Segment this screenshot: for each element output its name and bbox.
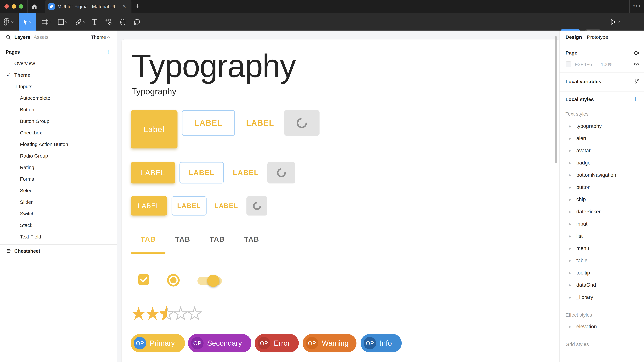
traffic-close-button[interactable] xyxy=(4,4,9,9)
text-tool[interactable] xyxy=(90,13,100,31)
style-item-datepicker[interactable]: ▶datePicker xyxy=(560,206,644,218)
canvas-tab-active[interactable]: TAB xyxy=(140,235,157,243)
page-color-opacity[interactable]: 100% xyxy=(601,59,614,70)
file-tab[interactable]: MUI for Figma - Material UI ✕ xyxy=(45,0,132,13)
disclosure-icon[interactable]: ▶ xyxy=(569,206,571,218)
page-item-forms[interactable]: Forms xyxy=(0,173,117,185)
style-item-datagrid[interactable]: ▶dataGrid xyxy=(560,279,644,291)
style-item-elevation[interactable]: ▶elevation xyxy=(560,320,644,333)
tab-assets[interactable]: Assets xyxy=(34,31,48,44)
button-outlined-medium[interactable]: LABEL xyxy=(180,162,224,184)
tab-prototype[interactable]: Prototype xyxy=(587,31,608,44)
disclosure-icon[interactable]: ▶ xyxy=(569,279,571,291)
page-item-switch[interactable]: Switch xyxy=(0,208,117,220)
button-loading-medium[interactable] xyxy=(268,162,295,184)
disclosure-icon[interactable]: ▶ xyxy=(569,120,571,132)
add-style-button[interactable]: + xyxy=(633,94,638,105)
switch-thumb[interactable] xyxy=(207,275,220,287)
canvas-scrollbar[interactable] xyxy=(555,36,557,163)
canvas-tab-4[interactable]: TAB xyxy=(243,235,260,243)
shape-tool[interactable] xyxy=(55,13,70,31)
home-icon[interactable] xyxy=(31,4,37,10)
style-item-typography[interactable]: ▶typography xyxy=(560,120,644,132)
comment-tool[interactable] xyxy=(132,13,142,31)
add-page-button[interactable]: + xyxy=(106,46,110,58)
star-empty-icon[interactable] xyxy=(174,306,188,320)
page-item-stack[interactable]: Stack xyxy=(0,220,117,231)
style-item-chip[interactable]: ▶chip xyxy=(560,193,644,206)
button-outlined-small[interactable]: LABEL xyxy=(172,196,206,216)
disclosure-icon[interactable]: ▶ xyxy=(569,255,571,267)
page-color-swatch[interactable] xyxy=(566,61,571,67)
page-item-button[interactable]: Button xyxy=(0,104,117,115)
disclosure-icon[interactable]: ▶ xyxy=(569,242,571,255)
chip-warning[interactable]: OP Warning xyxy=(303,334,356,352)
canvas-tab-2[interactable]: TAB xyxy=(174,235,192,243)
page-color-value[interactable]: F3F4F6 xyxy=(575,59,592,70)
style-item-table[interactable]: ▶table xyxy=(560,255,644,267)
button-loading-small[interactable] xyxy=(246,196,268,216)
disclosure-icon[interactable]: ▶ xyxy=(569,291,571,303)
new-tab-button[interactable]: + xyxy=(135,0,140,13)
page-item-checkbox[interactable]: Checkbox xyxy=(0,127,117,138)
star-full-icon[interactable] xyxy=(132,306,146,320)
traffic-minimize-button[interactable] xyxy=(12,4,16,9)
button-loading-large[interactable] xyxy=(284,110,320,136)
disclosure-icon[interactable]: ▶ xyxy=(569,320,571,333)
page-item-autocomplete[interactable]: Autocomplete xyxy=(0,92,117,104)
page-item-radio-group[interactable]: Radio Group xyxy=(0,150,117,162)
move-tool[interactable] xyxy=(19,13,36,31)
style-item-tooltip[interactable]: ▶tooltip xyxy=(560,267,644,279)
disclosure-icon[interactable]: ▶ xyxy=(569,230,571,242)
style-item-avatar[interactable]: ▶avatar xyxy=(560,144,644,157)
chip-secondary[interactable]: OP Secondary xyxy=(188,334,252,352)
page-item-rating[interactable]: Rating xyxy=(0,162,117,173)
page-selector[interactable]: Theme xyxy=(91,31,106,44)
checkbox-checked[interactable] xyxy=(138,274,149,285)
pen-tool[interactable] xyxy=(72,13,89,31)
disclosure-icon[interactable]: ▶ xyxy=(569,218,571,230)
page-item-overview[interactable]: Overview xyxy=(0,58,117,69)
style-item-badge[interactable]: ▶badge xyxy=(560,157,644,169)
disclosure-icon[interactable]: ▶ xyxy=(569,132,571,144)
figma-main-menu[interactable] xyxy=(3,13,15,31)
style-item-bottomnavigation[interactable]: ▶bottomNavigation xyxy=(560,169,644,181)
disclosure-icon[interactable]: ▶ xyxy=(569,193,571,206)
style-item-input[interactable]: ▶input xyxy=(560,218,644,230)
page-item-text-field[interactable]: Text Field xyxy=(0,231,117,243)
style-item-alert[interactable]: ▶alert xyxy=(560,132,644,144)
button-contained-large[interactable]: Label xyxy=(131,110,178,148)
style-item-menu[interactable]: ▶menu xyxy=(560,242,644,255)
disclosure-icon[interactable]: ▶ xyxy=(569,181,571,193)
disclosure-icon[interactable]: ▶ xyxy=(569,267,571,279)
traffic-zoom-button[interactable] xyxy=(19,4,23,9)
disclosure-icon[interactable]: ▶ xyxy=(569,169,571,181)
search-icon[interactable] xyxy=(6,35,11,40)
page-item-button-group[interactable]: Button Group xyxy=(0,115,117,127)
tab-close-icon[interactable]: ✕ xyxy=(122,0,126,13)
star-half-icon[interactable] xyxy=(160,306,174,320)
eye-closed-icon[interactable] xyxy=(634,62,640,67)
page-item-fab[interactable]: Floating Action Button xyxy=(0,138,117,150)
chip-error[interactable]: OP Error xyxy=(255,334,299,352)
frame-tool[interactable] xyxy=(39,13,56,31)
tab-layers[interactable]: Layers xyxy=(14,31,30,44)
button-contained-medium[interactable]: LABEL xyxy=(131,162,175,184)
hand-tool[interactable] xyxy=(118,13,128,31)
variables-sliders-icon[interactable] xyxy=(634,78,640,84)
resources-tool[interactable] xyxy=(103,13,114,31)
button-text-large[interactable]: LABEL xyxy=(246,110,279,136)
button-text-small[interactable]: LABEL xyxy=(214,196,238,216)
tab-design[interactable]: Design xyxy=(566,31,582,44)
button-text-medium[interactable]: LABEL xyxy=(233,162,259,184)
page-item-theme[interactable]: ✓Theme xyxy=(0,69,117,81)
present-button[interactable] xyxy=(609,13,622,31)
page-item-select[interactable]: Select xyxy=(0,185,117,196)
chip-primary[interactable]: OP Primary xyxy=(131,334,185,352)
window-overflow-menu[interactable]: ••• xyxy=(630,0,644,13)
cheatsheet-row[interactable]: Cheatsheet xyxy=(0,245,117,257)
star-full-icon[interactable] xyxy=(146,306,160,320)
disclosure-icon[interactable]: ▶ xyxy=(569,144,571,157)
star-empty-icon[interactable] xyxy=(188,306,202,320)
chevron-up-icon[interactable] xyxy=(107,36,110,38)
